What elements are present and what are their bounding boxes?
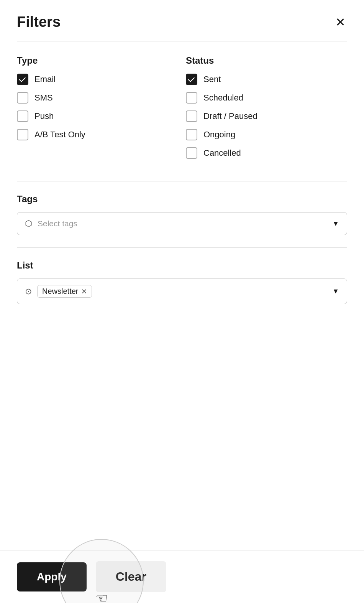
checkbox-email-input[interactable] <box>17 74 28 85</box>
checkbox-draft-label: Draft / Paused <box>203 111 257 121</box>
tags-chevron-icon: ▼ <box>332 220 339 228</box>
checkbox-email[interactable]: Email <box>17 74 178 85</box>
filters-title: Filters <box>17 14 61 30</box>
filters-body: Type Email SMS Push A/B Test Only <box>0 41 364 550</box>
apply-button[interactable]: Apply <box>17 562 87 591</box>
checkbox-cancelled-label: Cancelled <box>203 148 241 158</box>
newsletter-chip-remove[interactable]: ✕ <box>81 288 87 295</box>
checkbox-sms-input[interactable] <box>17 92 28 104</box>
checkbox-push-input[interactable] <box>17 110 28 122</box>
type-status-section: Type Email SMS Push A/B Test Only <box>17 55 347 166</box>
checkbox-draft-input[interactable] <box>186 110 197 122</box>
checkbox-ab-test-only[interactable]: A/B Test Only <box>17 129 178 140</box>
filters-footer: Apply Clear ☜ <box>0 550 364 603</box>
type-column: Type Email SMS Push A/B Test Only <box>17 55 178 166</box>
tags-placeholder: Select tags <box>38 219 327 228</box>
checkbox-email-label: Email <box>34 74 56 84</box>
list-dropdown[interactable]: ⊙ Newsletter ✕ ▼ <box>17 278 347 304</box>
status-column: Status Sent Scheduled Draft / Paused Ong… <box>186 55 347 166</box>
type-status-divider <box>17 181 347 181</box>
checkbox-scheduled-input[interactable] <box>186 92 197 104</box>
list-label: List <box>17 260 347 271</box>
newsletter-chip: Newsletter ✕ <box>37 285 92 298</box>
type-label: Type <box>17 55 178 66</box>
checkbox-push-label: Push <box>34 111 54 121</box>
filters-panel: Filters ✕ Type Email SMS Push <box>0 0 364 603</box>
checkbox-sent-input[interactable] <box>186 74 197 85</box>
tags-label: Tags <box>17 194 347 204</box>
checkbox-draft-paused[interactable]: Draft / Paused <box>186 110 347 122</box>
list-section: List ⊙ Newsletter ✕ ▼ <box>17 260 347 304</box>
tag-icon: ⬡ <box>25 219 32 229</box>
checkbox-scheduled-label: Scheduled <box>203 93 243 103</box>
checkbox-ongoing-input[interactable] <box>186 129 197 140</box>
status-label: Status <box>186 55 347 66</box>
tags-list-divider <box>17 247 347 248</box>
checkbox-ongoing[interactable]: Ongoing <box>186 129 347 140</box>
checkbox-ab-input[interactable] <box>17 129 28 140</box>
list-chevron-icon: ▼ <box>332 287 339 295</box>
tags-section: Tags ⬡ Select tags ▼ <box>17 194 347 235</box>
checkbox-ab-label: A/B Test Only <box>34 130 85 140</box>
checkbox-sent[interactable]: Sent <box>186 74 347 85</box>
checkbox-cancelled-input[interactable] <box>186 147 197 159</box>
checkbox-push[interactable]: Push <box>17 110 178 122</box>
filters-header: Filters ✕ <box>0 0 364 41</box>
checkbox-sent-label: Sent <box>203 74 221 84</box>
checkbox-cancelled[interactable]: Cancelled <box>186 147 347 159</box>
newsletter-chip-label: Newsletter <box>42 287 78 296</box>
clear-button[interactable]: Clear <box>96 561 166 592</box>
close-button[interactable]: ✕ <box>334 15 347 30</box>
checkbox-sms[interactable]: SMS <box>17 92 178 104</box>
tags-dropdown[interactable]: ⬡ Select tags ▼ <box>17 212 347 235</box>
checkbox-ongoing-label: Ongoing <box>203 130 235 140</box>
checkbox-sms-label: SMS <box>34 93 53 103</box>
list-person-icon: ⊙ <box>25 287 32 297</box>
checkbox-scheduled[interactable]: Scheduled <box>186 92 347 104</box>
list-dropdown-content: Newsletter ✕ <box>37 285 327 298</box>
